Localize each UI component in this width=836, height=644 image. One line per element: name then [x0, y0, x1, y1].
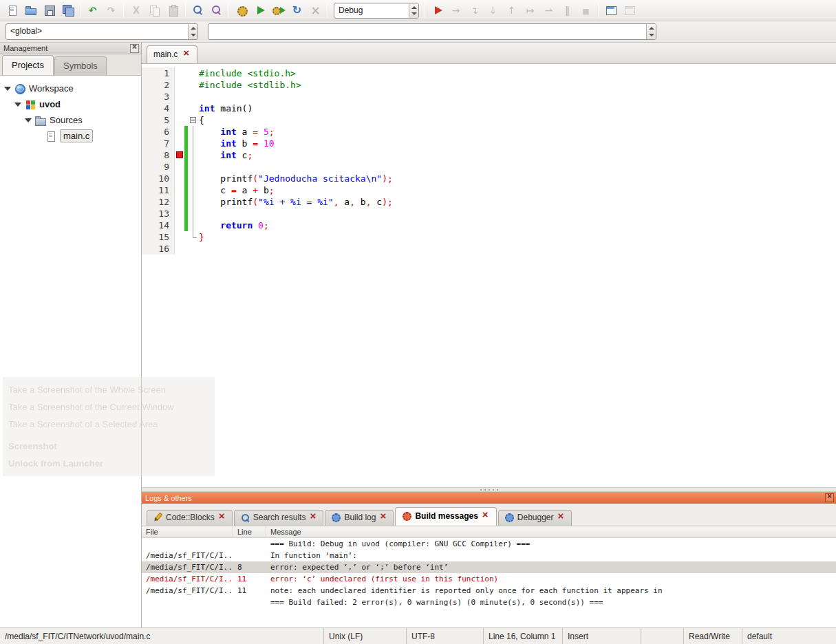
code-line-5[interactable]: 5{	[142, 114, 836, 126]
step-into-instruction-button[interactable]	[540, 2, 557, 19]
fold-collapse-icon[interactable]	[190, 117, 196, 123]
close-icon[interactable]	[130, 44, 139, 53]
marker-margin[interactable]	[175, 173, 184, 184]
marker-margin[interactable]	[175, 149, 184, 161]
log-row-5[interactable]: /media/sf_FIT/C/I...11note: each undecla…	[142, 585, 836, 597]
close-icon[interactable]	[557, 513, 566, 522]
expander-icon[interactable]	[24, 116, 33, 125]
tree-item-sources[interactable]: Sources	[0, 112, 141, 128]
debugging-windows-button[interactable]	[602, 2, 619, 19]
tab-projects[interactable]: Projects	[2, 55, 54, 75]
step-into-button[interactable]	[484, 2, 502, 19]
log-row-1[interactable]: === Build: Debug in uvod (compiler: GNU …	[142, 538, 836, 550]
debug-continue-button[interactable]	[429, 2, 446, 19]
new-file-button[interactable]	[3, 2, 21, 19]
break-debugger-button[interactable]	[559, 2, 576, 19]
marker-margin[interactable]	[175, 103, 184, 114]
close-icon[interactable]	[182, 50, 191, 58]
paste-button[interactable]	[164, 2, 182, 19]
code-line-3[interactable]: 3	[142, 91, 836, 103]
next-line-button[interactable]	[466, 2, 483, 19]
code-line-15[interactable]: 15}	[142, 231, 836, 243]
marker-margin[interactable]	[175, 243, 184, 255]
code-line-2[interactable]: 2#include <stdlib.h>	[142, 79, 836, 91]
next-instruction-button[interactable]	[522, 2, 539, 19]
code-line-1[interactable]: 1#include <stdio.h>	[142, 67, 836, 79]
marker-margin[interactable]	[175, 79, 184, 91]
save-file-button[interactable]	[41, 2, 58, 19]
close-icon[interactable]	[482, 512, 490, 520]
stop-debugger-button[interactable]	[577, 2, 594, 19]
expander-icon[interactable]	[14, 100, 23, 109]
horizontal-splitter[interactable]	[142, 487, 836, 492]
column-line[interactable]: Line	[233, 526, 266, 537]
find-button[interactable]	[189, 2, 206, 19]
expander-icon[interactable]	[3, 84, 12, 93]
code-line-12[interactable]: 12 printf("%i + %i = %i", a, b, c);	[142, 196, 836, 208]
close-icon[interactable]	[379, 513, 387, 522]
open-file-button[interactable]	[22, 2, 39, 19]
log-row-4[interactable]: /media/sf_FIT/C/I...11error: ‘c’ undecla…	[142, 573, 836, 585]
close-icon[interactable]	[825, 493, 834, 502]
log-row-2[interactable]: /media/sf_FIT/C/I...In function ‘main’:	[142, 550, 836, 561]
marker-margin[interactable]	[175, 67, 184, 79]
marker-margin[interactable]	[175, 126, 184, 138]
build-target-combo[interactable]: Debug	[334, 3, 419, 19]
column-file[interactable]: File	[142, 526, 233, 537]
various-info-button[interactable]	[621, 2, 638, 19]
logs-tab-search-results[interactable]: Search results	[234, 510, 324, 526]
undo-button[interactable]	[84, 2, 101, 19]
logs-tab-code-blocks[interactable]: Code::Blocks	[147, 510, 233, 526]
build-button[interactable]	[233, 2, 250, 19]
column-message[interactable]: Message	[266, 526, 836, 537]
marker-margin[interactable]	[175, 161, 184, 173]
logs-tab-build-messages[interactable]: Build messages	[395, 507, 496, 526]
tree-item-workspace[interactable]: Workspace	[0, 80, 141, 96]
logs-tab-build-log[interactable]: Build log	[325, 510, 394, 526]
marker-margin[interactable]	[175, 208, 184, 219]
tab-symbols[interactable]: Symbols	[54, 56, 107, 75]
marker-margin[interactable]	[175, 114, 184, 126]
marker-margin[interactable]	[175, 231, 184, 243]
close-icon[interactable]	[309, 513, 317, 522]
code-line-4[interactable]: 4int main()	[142, 103, 836, 114]
code-line-16[interactable]: 16	[142, 243, 836, 255]
stepper-icon[interactable]	[409, 3, 418, 18]
marker-margin[interactable]	[175, 219, 184, 231]
code-line-9[interactable]: 9	[142, 161, 836, 173]
code-line-14[interactable]: 14 return 0;	[142, 219, 836, 231]
code-line-8[interactable]: 8 int c;	[142, 149, 836, 161]
code-line-10[interactable]: 10 printf("Jednoducha scitacka\n");	[142, 173, 836, 184]
cut-button[interactable]	[127, 2, 144, 19]
log-row-3[interactable]: /media/sf_FIT/C/I...8error: expected ‘,’…	[142, 561, 836, 573]
code-line-11[interactable]: 11 c = a + b;	[142, 184, 836, 196]
tree-item-main-c[interactable]: main.c	[0, 128, 141, 144]
build-and-run-button[interactable]	[270, 2, 287, 19]
save-all-files-button[interactable]	[59, 2, 76, 19]
copy-button[interactable]	[146, 2, 163, 19]
stepper-icon[interactable]	[646, 24, 656, 39]
log-row-6[interactable]: === Build failed: 2 error(s), 0 warning(…	[142, 597, 836, 608]
replace-button[interactable]	[208, 2, 225, 19]
redo-button[interactable]	[103, 2, 120, 19]
step-out-button[interactable]	[503, 2, 520, 19]
logs-tab-debugger[interactable]: Debugger	[498, 510, 572, 526]
scope-combo[interactable]: <global>	[6, 23, 198, 40]
abort-build-button[interactable]	[307, 2, 324, 19]
close-icon[interactable]	[218, 513, 226, 522]
tree-item-uvod[interactable]: uvod	[0, 96, 141, 112]
run-button[interactable]	[251, 2, 268, 19]
marker-margin[interactable]	[175, 196, 184, 208]
stepper-icon[interactable]	[188, 24, 197, 39]
marker-margin[interactable]	[175, 184, 184, 196]
rebuild-button[interactable]	[288, 2, 306, 19]
run-to-cursor-button[interactable]	[447, 2, 464, 19]
code-line-6[interactable]: 6 int a = 5;	[142, 126, 836, 138]
code-line-13[interactable]: 13	[142, 208, 836, 219]
code-editor[interactable]: 1#include <stdio.h>2#include <stdlib.h>3…	[142, 64, 836, 487]
editor-tab-main-c[interactable]: main.c	[147, 45, 197, 63]
function-combo[interactable]	[208, 23, 656, 40]
marker-margin[interactable]	[175, 91, 184, 103]
marker-margin[interactable]	[175, 138, 184, 149]
code-line-7[interactable]: 7 int b = 10	[142, 138, 836, 149]
